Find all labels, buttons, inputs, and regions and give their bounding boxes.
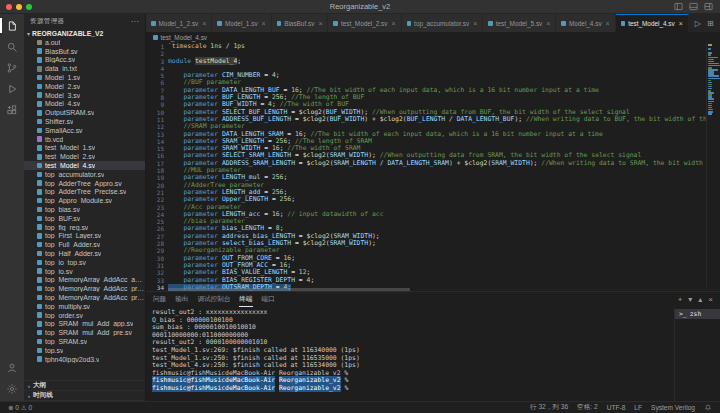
panel-tab-调试控制台[interactable]: 调试控制台 [197, 292, 230, 307]
close-tab-icon[interactable]: × [202, 20, 206, 27]
file-item[interactable]: BiasBuf.sv [24, 47, 145, 56]
horizontal-scrollbar[interactable] [168, 288, 705, 292]
status-indentation[interactable]: 空格: 2 [577, 403, 598, 412]
editor-tab[interactable]: test_Model_2.sv× [328, 14, 401, 32]
file-item[interactable]: top_multiply.sv [24, 302, 145, 311]
close-tab-icon[interactable]: × [546, 20, 550, 27]
maximize-panel-icon[interactable]: ▴ [698, 295, 702, 304]
notifications-bell-icon[interactable] [704, 404, 712, 412]
toggle-panel-icon[interactable] [689, 2, 698, 11]
close-window-button[interactable] [6, 4, 12, 10]
code-line[interactable]: `timescale 1ns / 1ps [168, 43, 704, 50]
code-line[interactable]: parameter LENGTH_acc = 16; // input data… [168, 211, 704, 218]
new-terminal-icon[interactable]: + [678, 295, 683, 304]
run-icon[interactable]: ▷ [695, 19, 701, 28]
activity-source-control-icon[interactable] [0, 57, 24, 78]
file-item[interactable]: top.sv [24, 346, 145, 355]
editor-tab[interactable]: test_Model_4.sv× [616, 14, 689, 32]
code-editor[interactable]: 1234567891011121314151617181920212223242… [146, 42, 720, 291]
file-item[interactable]: top_fig_reg.sv [24, 223, 145, 232]
file-item[interactable]: top_bias.sv [24, 205, 145, 214]
sidebar-section-时间线[interactable]: ›时间线 [24, 391, 145, 401]
toggle-primary-sidebar-icon[interactable] [674, 2, 683, 11]
code-line[interactable]: module testModel_4; [168, 58, 704, 65]
activity-account-icon[interactable] [0, 357, 24, 378]
file-item[interactable]: top_BUF.sv [24, 214, 145, 223]
file-item[interactable]: OutputSRAM.sv [24, 108, 145, 117]
file-item[interactable]: top_Appro_Module.sv [24, 196, 145, 205]
file-item[interactable]: top_order.sv [24, 311, 145, 320]
close-tab-icon[interactable]: × [262, 20, 266, 27]
activity-run-debug-icon[interactable] [0, 78, 24, 99]
file-item[interactable]: Model_4.sv [24, 100, 145, 109]
activity-search-icon[interactable] [0, 36, 24, 57]
file-item[interactable]: Model_2.sv [24, 82, 145, 91]
file-item[interactable]: top_MemoryArray_AddAcc_pre.sv [24, 293, 145, 302]
status-cursor-position[interactable]: 行 32，列 36 [530, 403, 568, 412]
file-item[interactable]: test_Model_4.sv [24, 161, 145, 170]
breadcrumb[interactable]: test_Model_4.sv [146, 32, 720, 42]
file-item[interactable]: top_io_top.sv [24, 258, 145, 267]
root-folder-row[interactable]: ▾ REORGANIZABLE_V2 [24, 28, 145, 38]
activity-explorer-icon[interactable] [0, 15, 24, 36]
file-item[interactable]: top_io.sv [24, 267, 145, 276]
scrollbar-thumb[interactable] [168, 288, 410, 292]
file-item[interactable]: top_SRAM_mul_Add_app.sv [24, 320, 145, 329]
code-line[interactable]: parameter ADDRESS_SRAM_LENGTH = $clog2(S… [168, 160, 704, 167]
panel-tab-问题[interactable]: 问题 [153, 292, 166, 307]
status-encoding[interactable]: UTF-8 [607, 404, 626, 411]
code-line[interactable]: parameter ADDRESS_BUF_LENGTH = $clog2(BU… [168, 116, 704, 123]
editor-tab[interactable]: BiasBuf.sv× [272, 14, 329, 32]
file-item[interactable]: top_Full_Adder.sv [24, 240, 145, 249]
file-item[interactable]: tb.vcd [24, 135, 145, 144]
editor-tab[interactable]: Model_1.sv× [212, 14, 271, 32]
close-panel-icon[interactable]: × [708, 295, 713, 304]
close-tab-icon[interactable]: × [679, 20, 683, 27]
close-tab-icon[interactable]: × [473, 20, 477, 27]
zoom-window-button[interactable] [26, 4, 32, 10]
sidebar-section-大纲[interactable]: ›大纲 [24, 381, 145, 391]
split-editor-icon[interactable]: ⊞ [707, 19, 714, 28]
file-item[interactable]: top_SRAM.sv [24, 337, 145, 346]
activity-extensions-icon[interactable] [0, 99, 24, 120]
file-item[interactable]: top_AdderTree_Precise.sv [24, 188, 145, 197]
panel-tab-输出[interactable]: 输出 [175, 292, 188, 307]
close-tab-icon[interactable]: × [606, 20, 610, 27]
customize-layout-icon[interactable] [704, 2, 713, 11]
file-item[interactable]: test_Model_2.sv [24, 152, 145, 161]
code-line[interactable]: parameter CIM_NUMBER = 4; [168, 72, 704, 79]
minimize-window-button[interactable] [16, 4, 22, 10]
terminal-tab-zsh[interactable]: >_zsh [675, 309, 720, 319]
file-item[interactable]: Model_1.sv [24, 73, 145, 82]
file-item[interactable]: BigAcc.sv [24, 56, 145, 65]
file-item[interactable]: test_Model_1.sv [24, 144, 145, 153]
file-item[interactable]: SmallAcc.sv [24, 126, 145, 135]
status-language-mode[interactable]: System Verilog [651, 404, 695, 411]
close-tab-icon[interactable]: × [318, 20, 322, 27]
file-item[interactable]: top_Half_Adder.sv [24, 249, 145, 258]
status-eol[interactable]: LF [634, 404, 642, 411]
file-item[interactable]: tphn40lpgv2od3.v [24, 355, 145, 364]
file-item[interactable]: top_AdderTree_Appro.sv [24, 179, 145, 188]
file-item[interactable]: top_First_Layer.sv [24, 232, 145, 241]
code-line[interactable] [168, 50, 704, 57]
minimap[interactable] [706, 42, 720, 287]
editor-tab[interactable]: Model_1_2.sv× [146, 14, 212, 32]
file-item[interactable]: data_in.txt [24, 64, 145, 73]
panel-tab-终端[interactable]: 终端 [239, 292, 252, 307]
file-item[interactable]: top_accumulator.sv [24, 170, 145, 179]
status-problems[interactable]: ⊗ 0 ⚠ 0 [8, 404, 32, 412]
file-item[interactable]: Model_3.sv [24, 91, 145, 100]
terminal-picker-icon[interactable]: ▾ [688, 295, 692, 304]
editor-tab[interactable]: Model_4.sv× [556, 14, 615, 32]
activity-settings-icon[interactable] [0, 378, 24, 399]
close-tab-icon[interactable]: × [392, 20, 396, 27]
file-item[interactable]: top_MemoryArray_AddAcc_pre_with_bias.sv [24, 284, 145, 293]
editor-tab[interactable]: test_Model_5.sv× [483, 14, 556, 32]
editor-tab[interactable]: top_accumulator.sv× [402, 14, 484, 32]
code-line[interactable]: parameter Upper_LENGTH = 256; [168, 196, 704, 203]
sidebar-more-actions-icon[interactable]: ⋯ [131, 17, 139, 26]
file-item[interactable]: top_SRAM_mul_Add_pre.sv [24, 328, 145, 337]
file-item[interactable]: top_MemoryArray_AddAcc_app.sv [24, 276, 145, 285]
file-item[interactable]: Shifter.sv [24, 117, 145, 126]
